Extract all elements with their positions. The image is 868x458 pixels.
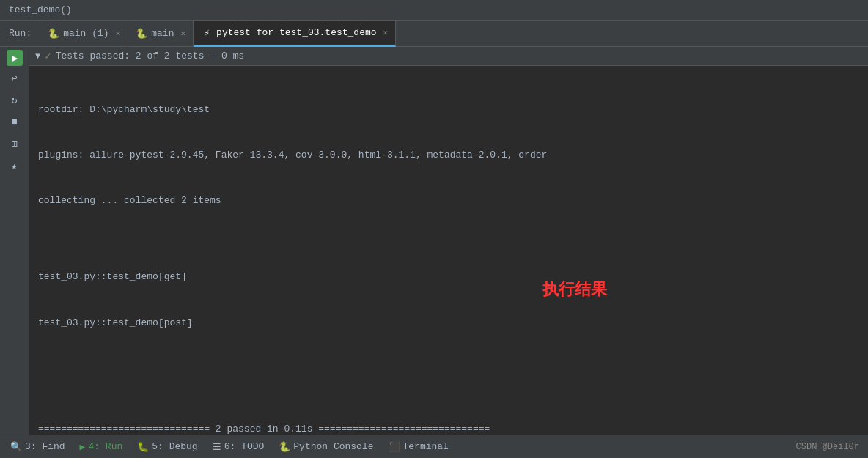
tab-pytest-label: pytest for test_03.test_demo xyxy=(216,27,376,38)
todo-panel-button[interactable]: ☰ 6: TODO xyxy=(205,435,272,459)
python-console-label: Python Console xyxy=(293,441,373,452)
console-line-5: test_03.py::test_demo[post] xyxy=(38,316,859,331)
pytest-icon: ⚡ xyxy=(201,27,213,39)
pin-button[interactable]: ★ xyxy=(3,155,26,176)
todo-icon: ☰ xyxy=(213,441,221,453)
tests-status: Tests passed: 2 of 2 tests – 0 ms xyxy=(56,51,244,62)
breadcrumb: test_demo() xyxy=(9,4,72,15)
find-panel-button[interactable]: 🔍 3: Find xyxy=(3,435,73,459)
tab-main1[interactable]: 🐍 main (1) ✕ xyxy=(40,21,128,47)
tab-main2-close[interactable]: ✕ xyxy=(180,29,185,38)
play-button[interactable]: ▶ xyxy=(7,50,23,66)
tests-passed-icon: ✓ xyxy=(45,50,51,62)
run-label: Run: xyxy=(0,28,40,39)
tab-main1-close[interactable]: ✕ xyxy=(116,29,121,38)
todo-label: 6: TODO xyxy=(224,441,265,452)
back-button[interactable]: ↩ xyxy=(3,67,26,88)
terminal-icon: ⬛ xyxy=(389,441,400,453)
execution-result-annotation: 执行结果 xyxy=(542,278,607,300)
collapse-icon: ▼ xyxy=(35,51,40,62)
rerun-button[interactable]: ↻ xyxy=(3,89,26,110)
tab-bar: Run: 🐍 main (1) ✕ 🐍 main ✕ ⚡ pytest for … xyxy=(0,21,868,47)
csdn-watermark: CSDN @Deil0r xyxy=(796,442,865,452)
debug-label: 5: Debug xyxy=(152,441,197,452)
main-area: ▶ ↩ ↻ ■ ⊞ ★ ▼ ✓ Tests passed: 2 of 2 tes… xyxy=(0,47,868,435)
output-wrapper: rootdir: D:\pycharm\study\test plugins: … xyxy=(29,66,868,435)
python-icon-2: 🐍 xyxy=(136,28,147,40)
run-panel-button[interactable]: ▶ 4: Run xyxy=(73,435,130,459)
status-bar: 🔍 3: Find ▶ 4: Run 🐛 5: Debug ☰ 6: TODO … xyxy=(0,435,868,458)
tab-main2-label: main xyxy=(151,28,174,39)
tab-main1-label: main (1) xyxy=(63,28,108,39)
sidebar: ▶ ↩ ↻ ■ ⊞ ★ xyxy=(0,47,29,435)
debug-icon: 🐛 xyxy=(137,441,149,453)
find-label: 3: Find xyxy=(25,441,65,452)
tab-pytest-close[interactable]: ✕ xyxy=(383,28,389,37)
terminal-label: Terminal xyxy=(403,441,449,452)
python-icon-1: 🐍 xyxy=(48,28,59,40)
console-line-0: rootdir: D:\pycharm\study\test xyxy=(38,103,859,118)
console-line-4: test_03.py::test_demo[get] xyxy=(38,270,859,285)
run-icon: ▶ xyxy=(80,441,86,453)
python-console-button[interactable]: 🐍 Python Console xyxy=(271,435,380,459)
console-output: rootdir: D:\pycharm\study\test plugins: … xyxy=(29,66,868,435)
debug-panel-button[interactable]: 🐛 5: Debug xyxy=(130,435,205,459)
console-line-8: ============================== 2 passed … xyxy=(38,422,859,435)
tab-main2[interactable]: 🐍 main ✕ xyxy=(128,21,194,47)
list-button[interactable]: ⊞ xyxy=(3,133,26,154)
find-icon: 🔍 xyxy=(10,441,22,453)
output-panel[interactable]: ▼ ✓ Tests passed: 2 of 2 tests – 0 ms ro… xyxy=(29,47,868,435)
console-line-1: plugins: allure-pytest-2.9.45, Faker-13.… xyxy=(38,148,859,163)
stop-button[interactable]: ■ xyxy=(3,111,26,132)
breadcrumb-bar: test_demo() xyxy=(0,0,868,21)
output-toolbar: ▼ ✓ Tests passed: 2 of 2 tests – 0 ms xyxy=(29,47,868,66)
console-line-2: collecting ... collected 2 items xyxy=(38,193,859,209)
terminal-button[interactable]: ⬛ Terminal xyxy=(381,435,456,459)
python-console-icon: 🐍 xyxy=(279,441,290,453)
run-label-bottom: 4: Run xyxy=(88,441,122,452)
tab-pytest[interactable]: ⚡ pytest for test_03.test_demo ✕ xyxy=(194,21,396,47)
